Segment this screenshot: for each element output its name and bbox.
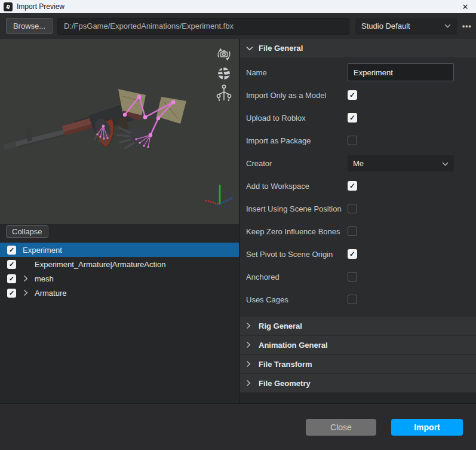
creator-dropdown[interactable]: Me	[348, 155, 454, 172]
set-pivot-to-scene-origin-checkbox[interactable]: ✓	[348, 249, 357, 259]
property-label: Name	[246, 68, 267, 77]
property-row-upload-to-roblox: Upload to Roblox✓	[240, 106, 476, 129]
property-row-import-only-as-a-model: Import Only as a Model✓	[240, 84, 476, 106]
file-path-input[interactable]	[57, 18, 349, 35]
indent-spacer	[16, 264, 28, 265]
anchored-checkbox[interactable]	[348, 272, 357, 281]
upload-to-roblox-checkbox[interactable]: ✓	[348, 113, 357, 123]
tree-item-label: mesh	[35, 274, 54, 283]
import-button[interactable]: Import	[391, 419, 463, 436]
import-as-package-checkbox[interactable]	[348, 136, 357, 145]
property-label: Set Pivot to Scene Origin	[246, 250, 333, 259]
section-title: File Transform	[259, 360, 312, 369]
model-preview	[0, 39, 239, 224]
chevron-right-icon	[246, 379, 254, 387]
name-input[interactable]	[348, 63, 454, 81]
property-row-name: Name	[240, 61, 476, 84]
property-label: Import as Package	[246, 136, 311, 145]
chevron-down-icon	[442, 159, 449, 168]
property-label: Anchored	[246, 273, 280, 281]
property-row-uses-cages: Uses Cages	[240, 288, 476, 311]
hierarchy-panel: Collapse ✓Experiment✓Experiment_Armature…	[0, 224, 239, 403]
dropdown-value: Me	[353, 159, 364, 168]
property-label: Import Only as a Model	[246, 91, 326, 100]
file-general-rows: NameImport Only as a Model✓Upload to Rob…	[240, 57, 476, 311]
keep-zero-influence-bones-checkbox[interactable]	[348, 226, 357, 236]
inspector-bottom-strip	[240, 393, 476, 403]
property-label: Uses Cages	[246, 295, 288, 304]
inspector-panel: File General NameImport Only as a Model✓…	[239, 39, 476, 403]
preview-viewport[interactable]	[0, 39, 239, 224]
roblox-studio-icon	[4, 2, 13, 11]
collapsed-sections: Rig GeneralAnimation GeneralFile Transfo…	[240, 317, 476, 392]
titlebar: Import Preview ✕	[0, 0, 476, 13]
property-label: Creator	[246, 159, 272, 168]
tree-item-armature[interactable]: ✓Armature	[0, 286, 239, 300]
property-label: Insert Using Scene Position	[246, 204, 342, 213]
toolbar: Browse... Studio Default •••	[0, 13, 476, 39]
globe-icon[interactable]	[217, 66, 231, 81]
tree-item-mesh[interactable]: ✓mesh	[0, 271, 239, 286]
section-header-file-geometry[interactable]: File Geometry	[240, 374, 476, 392]
section-header-file-general[interactable]: File General	[240, 39, 476, 57]
axis-gizmo-icon	[205, 185, 232, 204]
property-label: Add to Workspace	[246, 182, 309, 191]
tree-item-checkbox[interactable]: ✓	[7, 274, 16, 283]
chevron-right-icon[interactable]	[23, 275, 28, 282]
collapse-button[interactable]: Collapse	[6, 225, 48, 238]
section-title: File General	[259, 44, 303, 53]
tree-item-checkbox[interactable]: ✓	[7, 260, 16, 269]
property-row-set-pivot-to-scene-origin: Set Pivot to Scene Origin✓	[240, 243, 476, 265]
import-only-as-a-model-checkbox[interactable]: ✓	[348, 90, 357, 100]
section-title: Rig General	[259, 322, 302, 330]
chevron-right-icon[interactable]	[23, 289, 28, 296]
preset-dropdown-value: Studio Default	[361, 22, 410, 30]
tree-item-label: Experiment_Armature|ArmatureAction	[35, 260, 165, 269]
property-row-import-as-package: Import as Package	[240, 129, 476, 152]
tree-item-label: Armature	[35, 289, 66, 298]
tree-item-experiment[interactable]: ✓Experiment	[0, 243, 239, 257]
hierarchy-tree: ✓Experiment✓Experiment_Armature|Armature…	[0, 243, 239, 300]
chevron-right-icon	[246, 322, 254, 329]
tree-item-experiment-armature-armatureaction[interactable]: ✓Experiment_Armature|ArmatureAction	[0, 257, 239, 271]
section-title: Animation General	[259, 341, 328, 350]
property-row-keep-zero-influence-bones: Keep Zero Influence Bones	[240, 220, 476, 243]
property-label: Keep Zero Influence Bones	[246, 227, 340, 236]
section-title: File Geometry	[259, 379, 311, 388]
chevron-right-icon	[246, 360, 254, 368]
tree-item-label: Experiment	[23, 246, 62, 255]
window-title: Import Preview	[17, 2, 65, 11]
section-header-file-transform[interactable]: File Transform	[240, 355, 476, 373]
viewport-toolbar	[215, 46, 233, 102]
footer-bar: Close Import	[0, 403, 476, 450]
preset-dropdown[interactable]: Studio Default	[355, 18, 457, 35]
tree-item-checkbox[interactable]: ✓	[7, 289, 16, 298]
insert-using-scene-position-checkbox[interactable]	[348, 204, 357, 213]
property-row-creator: CreatorMe	[240, 152, 476, 175]
add-to-workspace-checkbox[interactable]: ✓	[348, 181, 357, 191]
tree-item-checkbox[interactable]: ✓	[7, 246, 16, 255]
rig-armature-icon[interactable]	[216, 84, 232, 102]
chevron-down-icon	[246, 46, 254, 51]
property-row-add-to-workspace: Add to Workspace✓	[240, 175, 476, 197]
more-options-button[interactable]: •••	[462, 22, 472, 30]
chevron-right-icon	[246, 341, 254, 348]
close-icon[interactable]: ✕	[459, 0, 471, 13]
chevron-down-icon	[444, 24, 451, 28]
property-row-insert-using-scene-position: Insert Using Scene Position	[240, 197, 476, 220]
browse-button[interactable]: Browse...	[6, 18, 53, 34]
section-header-rig-general[interactable]: Rig General	[240, 317, 476, 335]
section-header-animation-general[interactable]: Animation General	[240, 336, 476, 354]
close-button[interactable]: Close	[306, 419, 376, 436]
property-row-anchored: Anchored	[240, 265, 476, 288]
uses-cages-checkbox[interactable]	[348, 295, 357, 304]
property-label: Upload to Roblox	[246, 114, 306, 123]
orbit-camera-icon[interactable]	[215, 46, 233, 63]
